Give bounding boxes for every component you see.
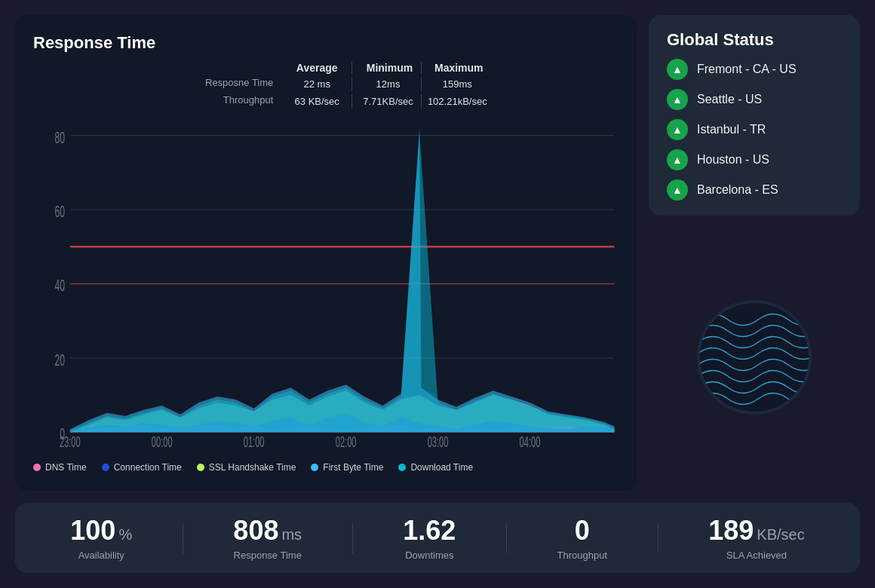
downtimes-label: Downtimes: [405, 550, 453, 561]
svg-text:01:00: 01:00: [244, 434, 265, 447]
availability-label: Availability: [78, 550, 124, 561]
ssl-dot: [197, 464, 204, 471]
legend-ssl: SSL Handshake Time: [197, 462, 296, 473]
svg-text:02:00: 02:00: [336, 434, 357, 447]
stat-availability: 100 % Availability: [70, 515, 132, 561]
downtimes-value: 1.62: [403, 515, 456, 547]
svg-text:23:00: 23:00: [60, 434, 81, 447]
houston-label: Houston - US: [697, 153, 769, 167]
availability-value: 100 %: [70, 515, 132, 547]
sla-value: 189 KB/sec: [708, 515, 804, 547]
svg-text:60: 60: [55, 202, 66, 221]
min-throughput: 7.71KB/sec: [352, 94, 421, 109]
throughput-label: Throughput: [557, 550, 608, 561]
stat-throughput: 0 Throughput: [557, 515, 608, 561]
divider-1: [183, 523, 183, 553]
response-time-label: Response Time: [234, 550, 302, 561]
houston-status-icon: ▲: [667, 149, 688, 170]
divider-3: [506, 523, 507, 553]
throughput-label: Throughput: [161, 94, 282, 109]
connection-dot: [102, 464, 109, 471]
seattle-status-icon: ▲: [667, 89, 688, 110]
svg-text:40: 40: [55, 277, 66, 296]
legend-download: Download Time: [398, 462, 473, 473]
svg-text:04:00: 04:00: [520, 434, 541, 447]
chart-svg: 0 20 40 60 80: [33, 121, 619, 447]
avg-header: Average: [282, 62, 352, 74]
istanbul-label: Istanbul - TR: [697, 123, 766, 136]
status-istanbul: ▲ Istanbul - TR: [667, 119, 842, 140]
min-response: 12ms: [352, 77, 421, 91]
seattle-label: Seattle - US: [697, 93, 762, 106]
divider-4: [658, 523, 659, 553]
download-dot: [398, 464, 406, 471]
barcelona-status-icon: ▲: [667, 179, 688, 201]
connection-label: Connection Time: [114, 462, 182, 473]
svg-rect-26: [694, 297, 815, 418]
response-time-label: Resposne Time: [161, 77, 282, 91]
fremont-label: Fremont - CA - US: [697, 63, 797, 76]
max-header: Maximum: [421, 62, 490, 74]
sla-label: SLA Achieved: [726, 550, 787, 561]
status-fremont: ▲ Fremont - CA - US: [667, 59, 842, 80]
globe-decoration: [649, 223, 860, 491]
divider-2: [352, 523, 353, 553]
dns-label: DNS Time: [45, 462, 87, 473]
dns-dot: [33, 464, 41, 471]
legend-dns: DNS Time: [33, 462, 87, 473]
throughput-value: 0: [575, 515, 590, 547]
svg-text:80: 80: [55, 128, 66, 147]
max-response: 159ms: [421, 77, 490, 91]
max-throughput: 102.21kB/sec: [421, 94, 490, 109]
avg-throughput: 63 KB/sec: [282, 94, 352, 109]
svg-text:20: 20: [55, 351, 66, 369]
avg-response: 22 ms: [282, 77, 352, 91]
stats-table: Average Minimum Maximum Resposne Time 22…: [161, 62, 490, 109]
ssl-label: SSL Handshake Time: [209, 462, 296, 473]
right-section: Global Status ▲ Fremont - CA - US ▲ Seat…: [649, 15, 860, 491]
global-status-title: Global Status: [667, 30, 842, 50]
fremont-status-icon: ▲: [667, 59, 688, 80]
first-byte-label: First Byte Time: [323, 462, 383, 473]
svg-text:03:00: 03:00: [428, 434, 449, 447]
response-time-value: 808 ms: [233, 515, 302, 547]
svg-text:00:00: 00:00: [152, 434, 173, 447]
status-seattle: ▲ Seattle - US: [667, 89, 842, 110]
chart-legend: DNS Time Connection Time SSL Handshake T…: [33, 462, 619, 473]
barcelona-label: Barcelona - ES: [697, 183, 778, 197]
stat-response-time: 808 ms Response Time: [233, 515, 302, 561]
chart-container: 0 20 40 60 80: [33, 121, 619, 447]
stat-sla: 189 KB/sec SLA Achieved: [708, 515, 804, 561]
global-status-card: Global Status ▲ Fremont - CA - US ▲ Seat…: [649, 15, 860, 216]
bottom-stats-bar: 100 % Availability 808 ms Response Time …: [15, 503, 860, 573]
status-barcelona: ▲ Barcelona - ES: [667, 179, 842, 201]
globe-svg: [694, 297, 815, 418]
min-header: Minimum: [352, 62, 421, 74]
response-time-card: Response Time Average Minimum Maximum Re…: [15, 15, 637, 491]
first-byte-dot: [311, 464, 318, 471]
legend-first-byte: First Byte Time: [311, 462, 383, 473]
status-houston: ▲ Houston - US: [667, 149, 842, 170]
legend-connection: Connection Time: [102, 462, 182, 473]
istanbul-status-icon: ▲: [667, 119, 688, 140]
stat-downtimes: 1.62 Downtimes: [403, 515, 456, 561]
response-time-title: Response Time: [33, 33, 619, 53]
download-label: Download Time: [410, 462, 473, 473]
